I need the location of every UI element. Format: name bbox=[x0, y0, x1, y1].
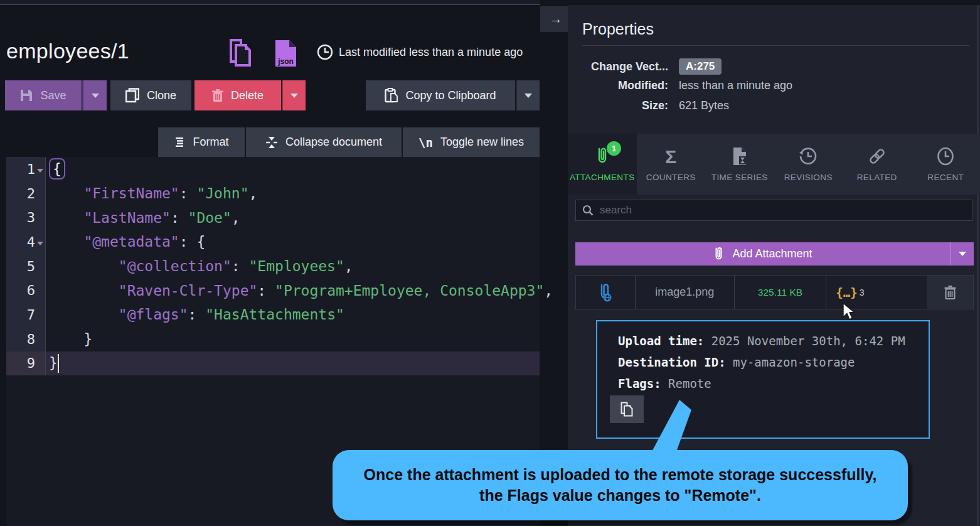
chevron-down-icon bbox=[290, 94, 298, 98]
callout-line-1: Once the attachment is uploaded to the r… bbox=[364, 464, 877, 485]
toggle-new-lines-label: Toggle new lines bbox=[440, 136, 524, 149]
editor-line-1[interactable]: 1{ bbox=[6, 157, 540, 181]
size-label: Size: bbox=[582, 99, 668, 112]
tab-time-series-label: TIME SERIES bbox=[711, 173, 768, 182]
search-input[interactable] bbox=[600, 204, 966, 217]
delete-options-dropdown[interactable] bbox=[282, 80, 306, 110]
divider bbox=[582, 45, 969, 46]
tab-time-series[interactable]: TIME SERIES bbox=[705, 134, 774, 195]
tab-revisions-label: REVISIONS bbox=[784, 173, 833, 182]
upload-time-label: Upload time: bbox=[618, 334, 711, 348]
link-icon bbox=[868, 147, 887, 166]
attachment-flags-tooltip: Upload time: 2025 November 30th, 6:42 PM… bbox=[596, 320, 930, 439]
panel-tab-strip: 1 ATTACHMENTS Σ COUNTERS TIME SERIES bbox=[568, 134, 980, 195]
destination-id-line: Destination ID: my-amazon-storage bbox=[618, 352, 929, 373]
chevron-down-icon bbox=[959, 252, 966, 256]
editor-line-2[interactable]: 2 "FirstName": "John", bbox=[6, 181, 540, 206]
flags-label: Flags: bbox=[618, 377, 668, 390]
tab-revisions[interactable]: REVISIONS bbox=[774, 134, 843, 195]
collapse-label: Collapse document bbox=[285, 136, 382, 149]
fold-toggle-icon[interactable] bbox=[35, 233, 45, 250]
add-attachment-button[interactable]: Add Attachment bbox=[575, 247, 951, 262]
destination-id-value: my-amazon-storage bbox=[733, 355, 855, 369]
tab-related[interactable]: RELATED bbox=[843, 134, 912, 195]
collapse-panel-button[interactable]: → bbox=[540, 6, 572, 32]
chevron-down-icon bbox=[525, 94, 532, 98]
modified-value: less than a minute ago bbox=[679, 79, 792, 92]
callout-line-2: the Flags value changes to "Remote". bbox=[479, 485, 761, 506]
attachment-row: image1.png 325.11 KB {…} 3 bbox=[575, 275, 974, 309]
format-label: Format bbox=[193, 136, 228, 149]
change-vector-badge[interactable]: A:275 bbox=[679, 58, 722, 75]
attachment-size: 325.11 KB bbox=[735, 276, 827, 309]
annotation-callout: Once the attachment is uploaded to the r… bbox=[333, 450, 908, 520]
clone-label: Clone bbox=[147, 89, 176, 102]
upload-time-value: 2025 November 30th, 6:42 PM bbox=[711, 334, 905, 348]
attachment-name[interactable]: image1.png bbox=[636, 276, 735, 309]
tab-recent-label: RECENT bbox=[927, 173, 964, 182]
add-attachment-label: Add Attachment bbox=[732, 247, 812, 260]
modified-label: Modified: bbox=[582, 79, 668, 92]
paperclip-icon bbox=[713, 247, 724, 262]
remote-attachment-icon[interactable] bbox=[576, 276, 636, 309]
collapse-document-button[interactable]: Collapse document bbox=[246, 127, 402, 157]
format-icon bbox=[174, 137, 185, 148]
copy-document-id-icon[interactable] bbox=[228, 39, 253, 68]
editor-line-9[interactable]: 9} bbox=[6, 352, 540, 376]
tab-counters[interactable]: Σ COUNTERS bbox=[637, 134, 706, 195]
save-options-dropdown[interactable] bbox=[82, 80, 107, 110]
panel-scrollbar[interactable] bbox=[977, 5, 979, 526]
upload-time-line: Upload time: 2025 November 30th, 6:42 PM bbox=[618, 330, 929, 352]
flags-count: 3 bbox=[860, 287, 865, 298]
save-button[interactable]: Save bbox=[5, 80, 82, 110]
delete-label: Delete bbox=[231, 89, 264, 102]
text-cursor bbox=[58, 354, 59, 373]
delete-attachment-button[interactable] bbox=[927, 276, 973, 309]
editor-line-4[interactable]: 4 "@metadata": { bbox=[6, 230, 540, 254]
delete-button[interactable]: Delete bbox=[194, 80, 281, 110]
copy-to-clipboard-label: Copy to Clipboard bbox=[405, 89, 496, 102]
toggle-new-lines-button[interactable]: \n Toggle new lines bbox=[403, 127, 540, 157]
properties-heading: Properties bbox=[582, 20, 654, 38]
last-modified-status: Last modified less than a minute ago bbox=[317, 44, 523, 60]
tab-attachments[interactable]: 1 ATTACHMENTS bbox=[568, 134, 637, 195]
change-vector-row: Change Vect... A:275 bbox=[582, 58, 959, 75]
tab-counters-label: COUNTERS bbox=[646, 173, 696, 182]
copy-tooltip-button[interactable] bbox=[610, 395, 644, 423]
attachment-flags-button[interactable]: {…} 3 bbox=[826, 276, 921, 309]
add-attachment-dropdown[interactable] bbox=[951, 242, 974, 266]
size-value: 621 Bytes bbox=[679, 99, 729, 112]
save-label: Save bbox=[40, 89, 66, 102]
properties-panel: Properties Change Vect... A:275 Modified… bbox=[568, 5, 980, 526]
json-format-icon[interactable]: json bbox=[274, 39, 297, 68]
format-button[interactable]: Format bbox=[158, 127, 245, 157]
copy-options-dropdown[interactable] bbox=[516, 80, 540, 110]
revisions-icon bbox=[799, 147, 818, 166]
trash-icon bbox=[212, 89, 223, 102]
sigma-icon: Σ bbox=[665, 147, 676, 166]
change-vector-label: Change Vect... bbox=[582, 60, 668, 73]
clone-button[interactable]: Clone bbox=[110, 80, 191, 110]
copy-to-clipboard-button[interactable]: Copy to Clipboard bbox=[366, 80, 515, 110]
editor-line-3[interactable]: 3 "LastName": "Doe", bbox=[6, 205, 540, 230]
collapse-icon bbox=[265, 136, 278, 149]
attachments-count-badge: 1 bbox=[607, 141, 621, 156]
tab-related-label: RELATED bbox=[857, 173, 897, 182]
editor-line-6[interactable]: 6 "Raven-Clr-Type": "Program+Employee, C… bbox=[6, 278, 540, 303]
recent-clock-icon bbox=[936, 147, 955, 166]
search-icon bbox=[582, 205, 594, 216]
editor-line-5[interactable]: 5 "@collection": "Employees", bbox=[6, 254, 540, 279]
chevron-down-icon bbox=[92, 94, 99, 98]
braces-icon: {…} bbox=[836, 286, 857, 299]
document-title: employees/1 bbox=[6, 39, 129, 63]
clone-icon bbox=[125, 88, 139, 103]
fold-toggle-icon[interactable] bbox=[35, 161, 45, 177]
tab-recent[interactable]: RECENT bbox=[912, 134, 980, 195]
editor-line-7[interactable]: 7 "@flags": "HasAttachments" bbox=[6, 303, 540, 327]
editor-line-8[interactable]: 8 } bbox=[6, 327, 540, 352]
size-row: Size: 621 Bytes bbox=[582, 99, 959, 112]
time-series-icon bbox=[732, 147, 748, 166]
newline-icon: \n bbox=[418, 136, 433, 149]
code-lines: 1{2 "FirstName": "John",3 "LastName": "D… bbox=[6, 157, 540, 375]
destination-id-label: Destination ID: bbox=[618, 355, 733, 369]
